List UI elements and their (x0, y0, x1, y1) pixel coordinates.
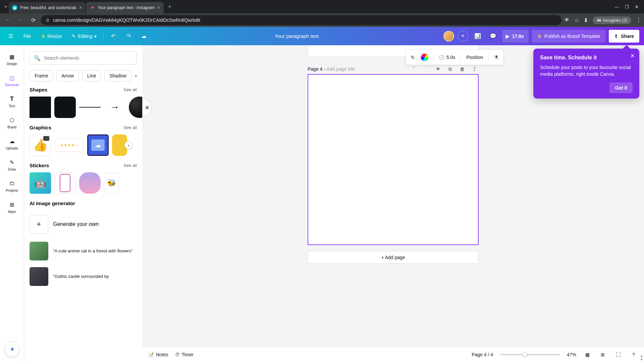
undo-button[interactable]: ↶ (107, 30, 119, 42)
magic-button[interactable]: ✦ (5, 342, 19, 357)
close-window-icon[interactable]: ✕ (635, 4, 639, 9)
sticker-phone[interactable] (54, 172, 76, 194)
shape-line[interactable] (79, 97, 101, 118)
document-title[interactable]: Your paragraph text (275, 33, 319, 39)
graphic-thumbs-up[interactable]: 👍⋯ (30, 134, 51, 156)
graphic-star-rating[interactable]: ★★★★☆ (54, 138, 84, 152)
see-all-link[interactable]: See all (123, 125, 137, 130)
browser-tab-active[interactable]: ❤ Your paragraph text - Instagram ✕ (86, 2, 164, 13)
page-title-field[interactable]: Page 4 - Add page title (308, 66, 406, 72)
download-icon[interactable]: ⬇ (584, 17, 588, 23)
pencil-icon: ✎ (72, 34, 76, 39)
rail-text[interactable]: TText (0, 92, 24, 111)
resize-button[interactable]: ♛ Resize (38, 30, 65, 42)
shape-rounded-square[interactable] (54, 97, 76, 118)
position-button[interactable]: Position (465, 52, 484, 62)
toggle-visibility-button[interactable]: 👁 (434, 65, 442, 73)
delete-page-button[interactable]: 🗑 (458, 65, 467, 73)
animate-button[interactable]: ↻ (410, 52, 416, 62)
chip-line[interactable]: Line (82, 70, 101, 81)
new-tab-button[interactable]: + (164, 3, 175, 10)
close-popover-icon[interactable]: ✕ (630, 53, 635, 59)
graphic-cloud-window[interactable]: ☁ (87, 134, 109, 156)
chips-scroll-right[interactable]: › (135, 72, 137, 80)
add-page-button[interactable]: + Add page (308, 251, 479, 264)
more-icon[interactable]: ⋯ (43, 136, 49, 141)
separator (433, 54, 433, 61)
present-button[interactable]: ▶ 17.8s (502, 30, 529, 43)
rail-apps[interactable]: ⊞Apps (0, 198, 24, 216)
minimize-icon[interactable]: ― (614, 4, 619, 9)
graphics-next[interactable]: › (124, 141, 132, 149)
shape-arrow[interactable]: → (104, 97, 125, 118)
fullscreen-icon[interactable]: ⛶ (614, 350, 623, 359)
page-up-button[interactable]: ˆ (410, 65, 418, 73)
rail-draw[interactable]: ✎Draw (0, 156, 24, 174)
share-button[interactable]: ⇧ Share (609, 30, 639, 43)
shape-square[interactable] (30, 97, 51, 118)
see-all-link[interactable]: See all (123, 87, 137, 92)
close-tab-icon[interactable]: ✕ (157, 5, 160, 10)
canvas-page[interactable] (308, 74, 479, 245)
help-icon[interactable]: ? (629, 350, 638, 359)
reload-button[interactable]: ⟳ (28, 15, 38, 25)
thumbnail-view-icon[interactable]: ⊞ (598, 350, 607, 359)
zoom-percent[interactable]: 47% (567, 352, 576, 357)
rail-design[interactable]: ▦Design (0, 50, 24, 68)
got-it-button[interactable]: Got it (609, 82, 633, 93)
effects-button[interactable]: ⚗ (493, 52, 500, 62)
search-elements-input[interactable]: 🔍 (30, 51, 137, 65)
browser-tab[interactable]: ◉ Free, beautiful, and customizab ✕ (9, 2, 86, 13)
chip-arrow[interactable]: Arrow (56, 70, 79, 81)
shape-circle[interactable] (129, 97, 142, 118)
browser-menu-icon[interactable]: ⋮ (636, 17, 641, 23)
page-more-button[interactable]: ⤴ (470, 65, 479, 73)
rail-elements[interactable]: ◫Elements (0, 71, 24, 89)
redo-button[interactable]: ↷ (122, 30, 135, 42)
editing-mode-dropdown[interactable]: ✎ Editing ▾ (68, 30, 100, 42)
search-field[interactable] (44, 55, 132, 61)
grid-view-icon[interactable]: ▦ (583, 350, 592, 359)
duplicate-page-button[interactable]: ⧉ (446, 65, 454, 73)
rail-brand[interactable]: ⬡Brand (0, 113, 24, 132)
comments-icon[interactable]: 💬 (487, 30, 499, 42)
notes-button[interactable]: 📝Notes (148, 352, 168, 357)
ai-prompt-item[interactable]: "Gothic castle surrounded by (30, 264, 137, 289)
insights-icon[interactable]: 📊 (472, 30, 484, 42)
publish-template-button[interactable]: ♛ Publish as Brand Template (532, 30, 605, 43)
menu-icon[interactable]: ☰ (5, 30, 17, 42)
back-button[interactable]: ← (3, 15, 13, 25)
add-people-button[interactable]: + (458, 31, 468, 42)
rail-projects[interactable]: 🗀Projects (0, 177, 24, 195)
url-field[interactable]: ⚙ canva.com/design/DAGVwk84gKQ/2TWv0K2Dr… (41, 15, 561, 25)
zoom-knob[interactable] (523, 352, 527, 357)
site-info-icon[interactable]: ⚙ (46, 18, 50, 23)
timer-button[interactable]: ⏱Timer (175, 352, 194, 357)
close-tab-icon[interactable]: ✕ (79, 5, 82, 10)
rail-uploads[interactable]: ☁Uploads (0, 134, 24, 153)
chip-shadow[interactable]: Shadow (104, 70, 131, 81)
page-indicator[interactable]: Page 4 / 4 (472, 352, 493, 357)
maximize-icon[interactable]: ❐ (625, 4, 629, 9)
ai-generate-own[interactable]: + Generate your own (30, 210, 137, 238)
background-color-picker[interactable] (420, 53, 429, 62)
page-down-button[interactable]: ˇ (422, 65, 430, 73)
user-avatar[interactable] (443, 31, 454, 42)
eye-off-icon[interactable]: 👁 (564, 17, 570, 23)
duration-button[interactable]: 🕒 5.0s (437, 52, 457, 62)
sticker-robot[interactable]: 🤖 (30, 172, 51, 194)
bookmark-icon[interactable]: ☆ (574, 17, 579, 23)
crown-icon: ♛ (537, 34, 542, 39)
zoom-slider[interactable] (500, 354, 560, 355)
ai-prompt-item[interactable]: "A cute anime cat in a forest with flowe… (30, 238, 137, 264)
file-menu[interactable]: File (20, 30, 35, 42)
canvas-scroll-arrows[interactable]: ▲▼ (640, 354, 643, 361)
forward-button[interactable]: → (15, 15, 25, 25)
cloud-sync-icon[interactable]: ☁ (138, 30, 150, 42)
see-all-link[interactable]: See all (123, 163, 137, 168)
sticker-bee[interactable]: 🐝 (104, 172, 119, 194)
chip-frame[interactable]: Frame (30, 70, 53, 81)
incognito-badge[interactable]: 🕶 Incognito (2) (593, 16, 631, 24)
sticker-gradient-blob[interactable] (79, 172, 101, 194)
tab-search-dropdown[interactable]: ▾ (3, 4, 9, 9)
